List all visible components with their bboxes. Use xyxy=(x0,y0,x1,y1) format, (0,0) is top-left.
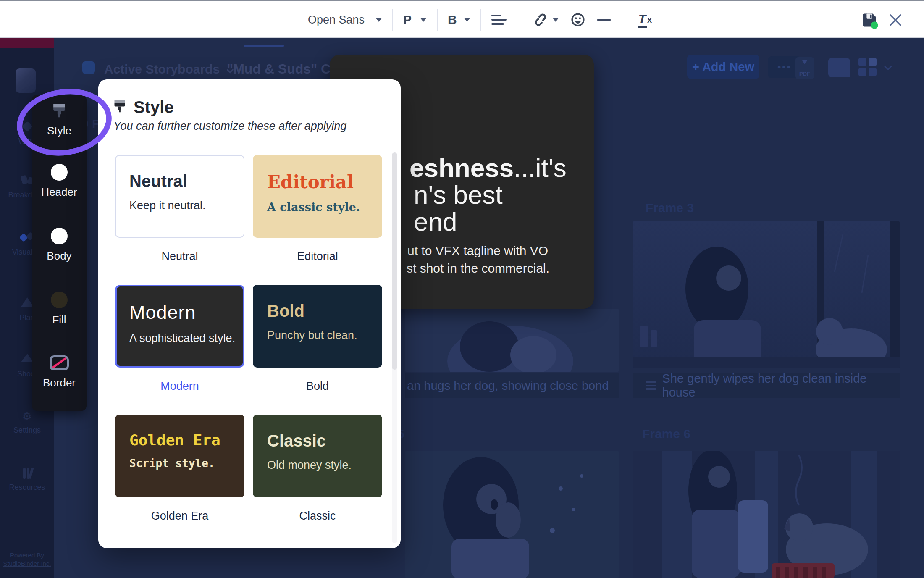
save-button[interactable] xyxy=(860,11,879,31)
style-card-subtitle: A sophisticated style. xyxy=(129,332,243,345)
style-card-caption: Bold xyxy=(253,380,382,393)
storyboards-dropdown[interactable]: Active Storyboards xyxy=(104,62,231,76)
scrollbar-thumb[interactable] xyxy=(392,152,397,370)
powered-by-line1: Powered By xyxy=(10,552,44,559)
close-icon xyxy=(888,13,903,28)
sidebar-item-label: Settings xyxy=(13,426,41,434)
chevron-down-icon[interactable] xyxy=(884,63,892,70)
headline-bold-fragment: eshness xyxy=(410,153,514,182)
body-color-swatch xyxy=(32,227,87,245)
font-family-select[interactable]: Open Sans xyxy=(308,13,382,26)
link-button[interactable] xyxy=(533,13,559,27)
bold-label: B xyxy=(448,13,457,27)
toolbar-divider xyxy=(480,9,481,31)
storyboards-dropdown-label: Active Storyboards xyxy=(104,62,220,76)
style-card-caption: Modern xyxy=(115,380,244,393)
link-icon xyxy=(533,13,548,27)
fill-color-swatch xyxy=(32,291,87,309)
panel-item-border[interactable]: Border xyxy=(32,354,87,389)
frame3-header: Frame 3 xyxy=(646,201,694,215)
caption-text: She gently wipes her dog clean inside ho… xyxy=(662,372,900,399)
minus-icon xyxy=(597,19,611,21)
frame5-image[interactable] xyxy=(405,451,619,578)
clear-format-t: T xyxy=(638,12,647,28)
bold-button[interactable]: B xyxy=(448,13,470,27)
style-card-golden-era[interactable]: Golden Era Script style. xyxy=(115,415,244,497)
text-editor-toolbar: Open Sans P B xyxy=(0,0,924,38)
style-card-bold[interactable]: Bold Punchy but clean. xyxy=(253,285,382,368)
body-line1: ut to VFX tagline with VO xyxy=(407,244,548,258)
caption-text: an hugs her dog, showing close bond xyxy=(407,379,609,393)
clear-format-x: x xyxy=(647,15,652,25)
export-pdf-icon[interactable]: PDF xyxy=(795,57,814,79)
frame3-image[interactable] xyxy=(633,221,900,368)
panel-item-style[interactable]: Style xyxy=(32,102,87,137)
alignment-button[interactable] xyxy=(491,12,507,27)
avatar[interactable] xyxy=(16,68,36,93)
powered-by-link[interactable]: Powered By StudioBinder Inc. xyxy=(0,551,54,568)
select-all-checkbox[interactable] xyxy=(82,61,95,74)
comments-icon[interactable] xyxy=(828,58,850,77)
panel-item-label: Border xyxy=(43,376,76,389)
add-new-button[interactable]: + Add New xyxy=(687,55,759,79)
panel-item-fill[interactable]: Fill xyxy=(32,291,87,326)
headline-line1: eshness...it's xyxy=(410,155,567,181)
frame4-image[interactable] xyxy=(405,309,619,372)
chevron-down-icon xyxy=(375,18,382,22)
style-card-title: Modern xyxy=(129,302,243,323)
download-arrow-icon xyxy=(802,60,807,64)
powered-by-line2: StudioBinder Inc. xyxy=(3,560,51,567)
frame6-image[interactable] xyxy=(633,451,900,578)
frame4-caption[interactable]: an hugs her dog, showing close bond xyxy=(405,373,619,398)
resources-icon xyxy=(20,467,35,480)
sidebar-top-strip xyxy=(0,38,54,48)
toolbar-divider xyxy=(392,9,393,31)
drag-handle-icon[interactable] xyxy=(646,380,656,391)
style-card-subtitle: Keep it neutral. xyxy=(129,199,244,212)
style-card-caption: Golden Era xyxy=(115,510,244,523)
border-none-icon xyxy=(32,354,87,372)
panel-item-body[interactable]: Body xyxy=(32,227,87,263)
style-card-title: Editorial xyxy=(267,172,382,192)
panel-item-label: Fill xyxy=(52,313,66,326)
style-card-editorial[interactable]: Editorial A classic style. xyxy=(253,155,382,238)
close-button[interactable] xyxy=(888,13,903,29)
chevron-down-icon xyxy=(464,18,470,22)
paragraph-style-button[interactable]: P xyxy=(403,13,427,27)
headline-line3: end xyxy=(414,208,457,235)
app-root: Write Breakdown Visualize Plan Shoot ⚙ xyxy=(0,0,924,578)
frame3-caption[interactable]: She gently wipes her dog clean inside ho… xyxy=(633,373,900,398)
frame6-header: Frame 6 xyxy=(642,427,690,441)
panel-item-label: Header xyxy=(41,186,77,198)
headline-tail-fragment: ...it's xyxy=(514,153,567,182)
panel-item-label: Body xyxy=(47,250,71,262)
horizontal-rule-button[interactable] xyxy=(597,19,611,21)
style-card-subtitle: Old money style. xyxy=(267,459,382,472)
font-family-value: Open Sans xyxy=(308,13,365,26)
align-lines-icon xyxy=(491,12,507,27)
style-card-subtitle: Punchy but clean. xyxy=(267,329,382,342)
chevron-down-icon xyxy=(553,18,559,22)
paragraph-label: P xyxy=(403,13,412,27)
emoji-button[interactable] xyxy=(570,12,585,27)
popup-scrollbar[interactable] xyxy=(392,152,397,543)
style-card-classic[interactable]: Classic Old money style. xyxy=(253,415,382,497)
chevron-down-icon xyxy=(420,18,427,22)
popup-subtitle: You can further customize these after ap… xyxy=(113,120,346,133)
style-card-modern-selected[interactable]: Modern A sophisticated style. xyxy=(115,285,244,368)
active-tab-indicator xyxy=(244,45,284,47)
header-color-swatch xyxy=(32,163,87,181)
style-card-caption: Classic xyxy=(253,510,382,523)
style-card-neutral[interactable]: Neutral Keep it neutral. xyxy=(115,155,244,238)
sidebar-item-label: Resources xyxy=(9,483,45,491)
layout-grid-icon[interactable] xyxy=(858,58,878,77)
sidebar-item-resources[interactable]: Resources xyxy=(0,467,54,492)
clear-formatting-button[interactable]: Tx xyxy=(638,12,652,28)
style-popup: Style You can further customize these af… xyxy=(98,79,401,548)
smiley-icon xyxy=(570,12,585,27)
toolbar-divider xyxy=(437,9,438,31)
panel-item-header[interactable]: Header xyxy=(32,163,87,199)
style-card-caption: Neutral xyxy=(115,250,244,263)
format-side-panel: Style Header Body Fill Border xyxy=(32,95,87,411)
sidebar-item-settings[interactable]: ⚙ Settings xyxy=(0,410,54,435)
